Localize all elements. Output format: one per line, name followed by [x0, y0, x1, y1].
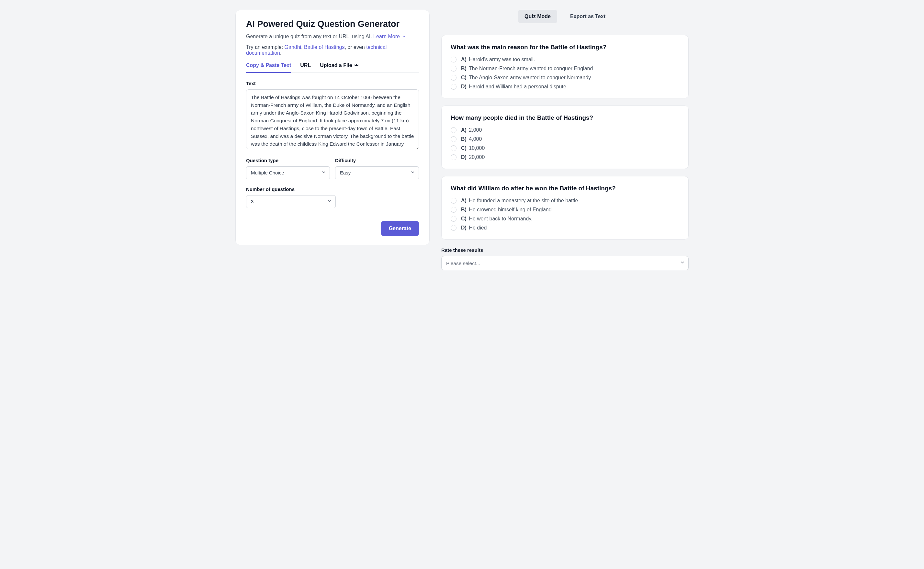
option-text: B) The Norman-French army wanted to conq…: [461, 66, 593, 72]
option-row[interactable]: D) 20,000: [451, 154, 679, 160]
radio-icon: [451, 216, 457, 222]
try-middle: , or even: [344, 44, 366, 50]
option-letter: C): [461, 216, 467, 221]
option-letter: D): [461, 84, 467, 89]
option-letter: A): [461, 198, 467, 203]
radio-icon: [451, 66, 457, 72]
rate-section: Rate these results Please select...: [441, 247, 689, 270]
option-row[interactable]: B) 4,000: [451, 136, 679, 142]
question-card: How many people died in the Battle of Ha…: [441, 105, 689, 169]
difficulty-label: Difficulty: [335, 158, 419, 163]
try-prefix: Try an example:: [246, 44, 285, 50]
option-text: B) 4,000: [461, 136, 482, 142]
tab-copy-paste[interactable]: Copy & Paste Text: [246, 62, 291, 73]
option-body: He crowned himself king of England: [469, 207, 551, 212]
option-body: Harold and William had a personal disput…: [469, 84, 566, 89]
page-title: AI Powered Quiz Question Generator: [246, 19, 419, 29]
example-link-gandhi[interactable]: Gandhi: [285, 44, 301, 50]
text-label: Text: [246, 81, 419, 86]
option-text: A) 2,000: [461, 127, 482, 133]
option-row[interactable]: B) The Norman-French army wanted to conq…: [451, 66, 679, 72]
option-letter: C): [461, 75, 467, 80]
crown-icon: [354, 63, 359, 68]
view-toggle: Quiz Mode Export as Text: [441, 10, 689, 23]
question-type-label: Question type: [246, 158, 330, 163]
generate-button[interactable]: Generate: [381, 221, 419, 236]
option-body: He went back to Normandy.: [469, 216, 532, 221]
radio-icon: [451, 225, 457, 231]
option-text: B) He crowned himself king of England: [461, 207, 552, 213]
option-body: Harold's army was too small.: [469, 57, 535, 62]
example-link-hastings[interactable]: Battle of Hastings: [304, 44, 344, 50]
option-letter: D): [461, 225, 467, 230]
option-body: 10,000: [469, 145, 485, 151]
option-row[interactable]: C) He went back to Normandy.: [451, 216, 679, 222]
export-text-button[interactable]: Export as Text: [564, 10, 612, 23]
tab-upload-file[interactable]: Upload a File: [320, 62, 359, 73]
question-type-select[interactable]: Multiple Choice: [246, 166, 330, 179]
radio-icon: [451, 57, 457, 62]
option-row[interactable]: B) He crowned himself king of England: [451, 207, 679, 213]
input-tabs: Copy & Paste Text URL Upload a File: [246, 62, 419, 73]
subtitle-prefix: Generate a unique quiz from any text or …: [246, 33, 373, 39]
option-letter: B): [461, 207, 467, 212]
radio-icon: [451, 84, 457, 90]
radio-icon: [451, 198, 457, 204]
question-card: What was the main reason for the Battle …: [441, 35, 689, 98]
option-letter: B): [461, 66, 467, 71]
option-body: The Anglo-Saxon army wanted to conquer N…: [469, 75, 592, 80]
chevron-down-icon: [402, 34, 406, 40]
option-body: 2,000: [469, 127, 482, 133]
option-row[interactable]: D) He died: [451, 225, 679, 231]
option-text: C) He went back to Normandy.: [461, 216, 533, 222]
question-card: What did William do after he won the Bat…: [441, 176, 689, 239]
question-title: What was the main reason for the Battle …: [451, 44, 679, 51]
option-body: The Norman-French army wanted to conquer…: [469, 66, 593, 71]
radio-icon: [451, 127, 457, 133]
num-questions-group: Number of questions 3: [246, 186, 419, 208]
option-letter: B): [461, 136, 467, 142]
option-row[interactable]: C) 10,000: [451, 145, 679, 151]
option-text: C) The Anglo-Saxon army wanted to conque…: [461, 75, 592, 81]
option-letter: D): [461, 154, 467, 160]
option-row[interactable]: D) Harold and William had a personal dis…: [451, 84, 679, 90]
option-row[interactable]: C) The Anglo-Saxon army wanted to conque…: [451, 75, 679, 81]
radio-icon: [451, 154, 457, 160]
quiz-mode-button[interactable]: Quiz Mode: [518, 10, 557, 23]
option-text: A) Harold's army was too small.: [461, 57, 535, 62]
option-body: He founded a monastery at the site of th…: [469, 198, 578, 203]
difficulty-select[interactable]: Easy: [335, 166, 419, 179]
difficulty-group: Difficulty Easy: [335, 158, 419, 179]
text-input[interactable]: [246, 89, 419, 149]
num-questions-select[interactable]: 3: [246, 195, 336, 208]
option-row[interactable]: A) He founded a monastery at the site of…: [451, 198, 679, 204]
option-body: He died: [469, 225, 487, 230]
option-letter: C): [461, 145, 467, 151]
question-type-group: Question type Multiple Choice: [246, 158, 330, 179]
num-questions-label: Number of questions: [246, 186, 419, 192]
option-text: C) 10,000: [461, 145, 485, 151]
option-text: D) He died: [461, 225, 487, 231]
option-body: 20,000: [469, 154, 485, 160]
option-letter: A): [461, 57, 467, 62]
question-title: How many people died in the Battle of Ha…: [451, 114, 679, 122]
text-group: Text: [246, 81, 419, 151]
subtitle: Generate a unique quiz from any text or …: [246, 33, 419, 40]
option-row[interactable]: A) 2,000: [451, 127, 679, 133]
option-text: D) Harold and William had a personal dis…: [461, 84, 566, 90]
radio-icon: [451, 145, 457, 151]
tab-upload-label: Upload a File: [320, 62, 352, 68]
radio-icon: [451, 75, 457, 81]
option-body: 4,000: [469, 136, 482, 142]
option-letter: A): [461, 127, 467, 133]
option-row[interactable]: A) Harold's army was too small.: [451, 57, 679, 62]
tab-url[interactable]: URL: [300, 62, 311, 73]
try-example: Try an example: Gandhi, Battle of Hastin…: [246, 44, 419, 56]
try-suffix: .: [280, 50, 282, 56]
question-title: What did William do after he won the Bat…: [451, 185, 679, 192]
generator-card: AI Powered Quiz Question Generator Gener…: [235, 10, 429, 245]
radio-icon: [451, 207, 457, 213]
rate-label: Rate these results: [441, 247, 689, 253]
rate-select[interactable]: Please select...: [441, 256, 689, 270]
learn-more-link[interactable]: Learn More: [373, 33, 406, 39]
